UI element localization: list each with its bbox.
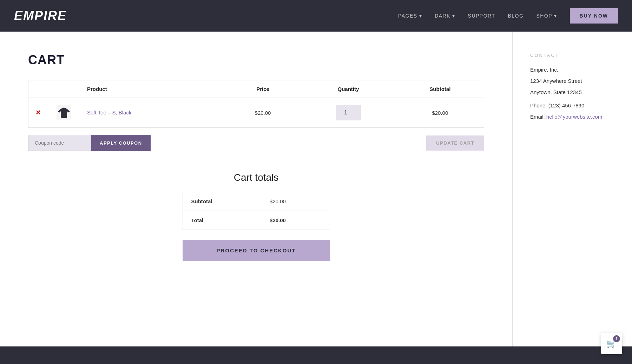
apply-coupon-button[interactable]: APPLY COUPON [91,135,151,151]
product-image [55,104,73,122]
cart-totals-title: Cart totals [28,172,484,183]
phone-label: Phone: [530,102,547,108]
subtotal-row: Subtotal $20.00 [183,192,330,211]
coupon-left: APPLY COUPON [28,135,151,151]
chevron-down-icon: ▾ [554,13,557,19]
cart-table: Product Price Quantity Subtotal ✕ [28,80,484,128]
address-line-1: 1234 Anywhere Street [530,77,614,85]
nav-item-blog[interactable]: BLOG [508,13,524,19]
phone-value: (123) 456-7890 [548,102,585,108]
subtotal-label: Subtotal [191,198,212,204]
totals-table: Subtotal $20.00 Total $20.00 [183,192,330,230]
product-name-link[interactable]: Soft Tee – S, Black [87,110,131,115]
sidebar: CONTACT Empire, Inc. 1234 Anywhere Stree… [513,32,632,346]
site-logo[interactable]: EMPIRE [14,8,67,23]
col-header-quantity: Quantity [300,80,396,98]
email-row: Email: hello@yourwebsite.com [530,113,614,121]
email-link[interactable]: hello@yourwebsite.com [546,114,602,120]
col-header-subtotal: Subtotal [396,80,484,98]
coupon-input[interactable] [28,135,91,151]
col-header-product: Product [80,80,225,98]
table-row: ✕ Soft Tee – S, Black [28,98,484,128]
product-price: $20.00 [255,110,271,116]
cart-badge-button[interactable]: 🛒 1 [601,333,622,354]
nav-item-pages[interactable]: PAGES ▾ [398,13,422,19]
chevron-down-icon: ▾ [419,13,422,19]
nav-item-support[interactable]: SUPPORT [468,13,495,19]
product-subtotal: $20.00 [432,110,448,116]
subtotal-value: $20.00 [270,198,286,204]
col-header-price: Price [225,80,300,98]
total-label: Total [191,217,204,223]
main-nav: PAGES ▾ DARK ▾ SUPPORT BLOG SHOP ▾ BUY N… [398,8,618,24]
coupon-row: APPLY COUPON UPDATE CART [28,128,484,154]
quantity-input[interactable] [336,105,361,120]
nav-item-shop[interactable]: SHOP ▾ [536,13,557,19]
email-label: Email: [530,114,545,120]
site-footer [0,346,632,364]
nav-item-dark[interactable]: DARK ▾ [435,13,455,19]
total-value: $20.00 [270,217,286,223]
site-header: EMPIRE PAGES ▾ DARK ▾ SUPPORT BLOG SHOP … [0,0,632,32]
cart-count-badge: 1 [613,335,620,342]
company-name: Empire, Inc. [530,66,614,74]
page-body: CART Product Price Quantity Subtotal ✕ [0,32,632,346]
checkout-btn-wrap: PROCEED TO CHECKOUT [183,240,330,261]
remove-item-button[interactable]: ✕ [35,109,41,117]
col-header-img [48,80,80,98]
address-line-2: Anytown, State 12345 [530,88,614,97]
buy-now-button[interactable]: BUY NOW [570,8,618,24]
proceed-to-checkout-button[interactable]: PROCEED TO CHECKOUT [183,240,330,261]
chevron-down-icon: ▾ [452,13,455,19]
cart-badge-wrap: 🛒 1 [601,333,622,354]
cart-totals-section: Cart totals Subtotal $20.00 Total $20.00 [28,172,484,261]
main-content: CART Product Price Quantity Subtotal ✕ [0,32,513,346]
update-cart-button[interactable]: UPDATE CART [426,135,484,151]
total-row: Total $20.00 [183,211,330,230]
phone-row: Phone: (123) 456-7890 [530,101,614,110]
col-header-remove [28,80,48,98]
contact-title: CONTACT [530,53,614,58]
page-title: CART [28,53,484,67]
